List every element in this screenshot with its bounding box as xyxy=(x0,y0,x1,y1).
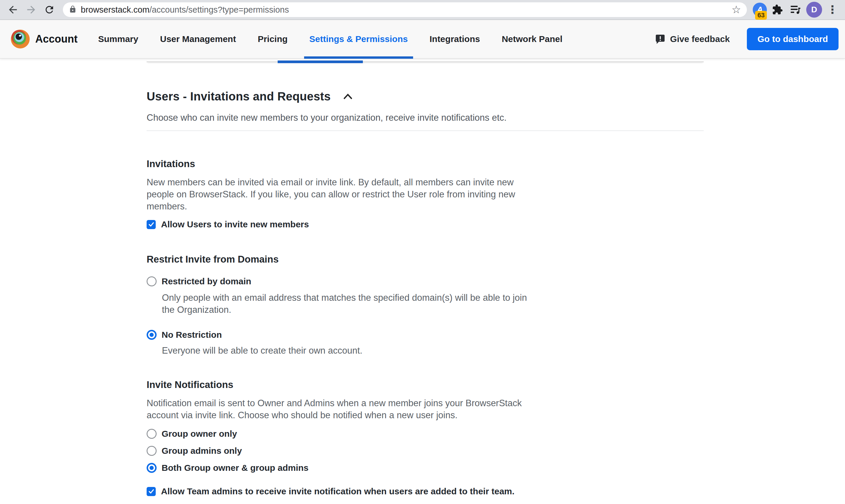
section-divider xyxy=(147,130,704,131)
feedback-bubble-icon xyxy=(655,34,665,44)
invitations-heading: Invitations xyxy=(147,158,704,170)
restricted-by-domain-radio-row[interactable]: Restricted by domain xyxy=(147,276,704,286)
nav-items: Summary User Management Pricing Settings… xyxy=(98,20,562,58)
back-button[interactable] xyxy=(5,2,21,17)
notification-radio-group: Group owner only Group admins only Both … xyxy=(147,429,704,473)
scrolled-tabbar-remnant xyxy=(147,59,704,62)
nav-item-settings-permissions[interactable]: Settings & Permissions xyxy=(309,20,408,58)
site-navbar: Account Summary User Management Pricing … xyxy=(0,20,845,59)
collapse-section-icon[interactable] xyxy=(343,92,353,100)
forward-button[interactable] xyxy=(23,2,39,17)
nav-item-integrations[interactable]: Integrations xyxy=(430,20,480,58)
nav-item-summary[interactable]: Summary xyxy=(98,20,138,58)
browserstack-logo-icon xyxy=(11,29,30,49)
nav-item-network-panel[interactable]: Network Panel xyxy=(502,20,563,58)
radio-label: Group admins only xyxy=(162,446,242,456)
checkbox-checked-icon[interactable] xyxy=(147,220,156,229)
team-admins-notification-checkbox-row[interactable]: Allow Team admins to receive invite noti… xyxy=(147,486,704,497)
restrict-domains-heading: Restrict Invite from Domains xyxy=(147,253,704,266)
restricted-by-domain-description: Only people with an email address that m… xyxy=(162,292,704,316)
extensions-puzzle-icon[interactable] xyxy=(770,2,785,17)
invitations-description: New members can be invited via email or … xyxy=(147,176,704,212)
radio-unselected-icon[interactable] xyxy=(147,446,157,456)
active-subtab-underline xyxy=(278,60,363,63)
radio-label: Restricted by domain xyxy=(162,276,251,286)
give-feedback-label: Give feedback xyxy=(670,34,730,44)
checkbox-checked-icon[interactable] xyxy=(147,487,156,496)
radio-selected-icon[interactable] xyxy=(147,330,157,340)
radio-unselected-icon[interactable] xyxy=(147,276,157,286)
radio-label: Both Group owner & group admins xyxy=(162,463,308,473)
nav-item-user-management[interactable]: User Management xyxy=(160,20,236,58)
lock-icon[interactable] xyxy=(69,5,77,14)
browser-menu-icon[interactable]: ⋮ xyxy=(825,4,840,15)
brand[interactable]: Account xyxy=(11,20,77,58)
radio-selected-icon[interactable] xyxy=(147,463,157,473)
invite-notifications-heading: Invite Notifications xyxy=(147,378,704,391)
nav-item-pricing[interactable]: Pricing xyxy=(258,20,288,58)
invite-notifications-description: Notification email is sent to Owner and … xyxy=(147,397,704,421)
allow-users-invite-checkbox-row[interactable]: Allow Users to invite new members xyxy=(147,219,704,229)
brand-title: Account xyxy=(35,33,77,45)
settings-content: Users - Invitations and Requests Choose … xyxy=(147,59,704,497)
page-title: Users - Invitations and Requests xyxy=(147,88,331,105)
no-restriction-description: Everyone will be able to create their ow… xyxy=(162,344,704,357)
refresh-button[interactable] xyxy=(42,2,57,17)
radio-label: Group owner only xyxy=(162,429,237,439)
radio-unselected-icon[interactable] xyxy=(147,429,157,439)
give-feedback-button[interactable]: Give feedback xyxy=(655,34,730,44)
extension-icon[interactable]: A 63 xyxy=(753,3,767,17)
no-restriction-radio-row[interactable]: No Restriction xyxy=(147,330,704,340)
checkbox-label: Allow Users to invite new members xyxy=(161,219,309,229)
browser-toolbar: browserstack.com/accounts/settings?type=… xyxy=(0,0,845,20)
extension-badge: 63 xyxy=(755,11,767,20)
group-owner-only-radio-row[interactable]: Group owner only xyxy=(147,429,704,439)
checkbox-label: Allow Team admins to receive invite noti… xyxy=(161,486,515,497)
bookmark-star-icon[interactable]: ☆ xyxy=(732,4,741,15)
profile-avatar[interactable]: D xyxy=(806,2,822,18)
radio-label: No Restriction xyxy=(162,330,222,340)
both-owner-admins-radio-row[interactable]: Both Group owner & group admins xyxy=(147,463,704,473)
media-controls-icon[interactable] xyxy=(788,2,803,17)
url-text: browserstack.com/accounts/settings?type=… xyxy=(81,5,289,15)
page: browserstack.com/accounts/settings?type=… xyxy=(0,0,845,504)
page-subtitle: Choose who can invite new members to you… xyxy=(147,112,704,124)
address-bar[interactable]: browserstack.com/accounts/settings?type=… xyxy=(63,2,747,17)
go-to-dashboard-button[interactable]: Go to dashboard xyxy=(747,28,839,50)
group-admins-only-radio-row[interactable]: Group admins only xyxy=(147,446,704,456)
